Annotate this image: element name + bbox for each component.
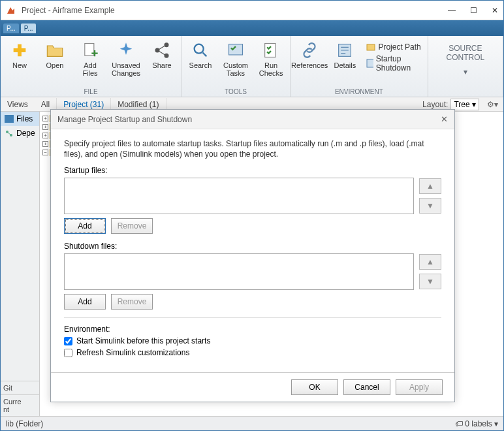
run-checks-button[interactable]: Run Checks bbox=[257, 39, 285, 77]
layout-label: Layout: bbox=[422, 100, 448, 109]
startup-move-down[interactable]: ▼ bbox=[419, 198, 441, 214]
project-path-button[interactable]: Project Path bbox=[366, 42, 422, 52]
startup-icon bbox=[366, 59, 373, 68]
startup-add-button[interactable]: Add bbox=[64, 218, 106, 234]
apply-button[interactable]: Apply bbox=[396, 379, 443, 395]
svg-rect-9 bbox=[367, 59, 373, 67]
views-files[interactable]: Files bbox=[1, 112, 39, 126]
gear-icon[interactable]: ⚙▾ bbox=[487, 100, 498, 109]
ok-button[interactable]: OK bbox=[291, 379, 338, 395]
minimize-button[interactable]: ― bbox=[448, 6, 456, 15]
tasks-icon bbox=[227, 41, 245, 59]
graph-icon bbox=[5, 129, 14, 137]
group-title-env: ENVIRONMENT bbox=[296, 87, 422, 95]
folder-icon bbox=[5, 115, 14, 123]
start-simulink-checkbox[interactable]: Start Simulink before this project start… bbox=[64, 336, 441, 345]
git-panel-label[interactable]: Git bbox=[1, 381, 39, 394]
environment-label: Environment: bbox=[64, 325, 441, 334]
sparkle-icon bbox=[117, 41, 135, 59]
open-button[interactable]: Open bbox=[41, 39, 69, 69]
shutdown-move-down[interactable]: ▼ bbox=[419, 274, 441, 289]
add-files-button[interactable]: Add Files bbox=[76, 39, 104, 77]
svg-rect-6 bbox=[265, 44, 276, 57]
svg-point-4 bbox=[195, 44, 204, 54]
cancel-button[interactable]: Cancel bbox=[343, 379, 390, 395]
refresh-customizations-checkbox[interactable]: Refresh Simulink customizations bbox=[64, 348, 441, 357]
title-bar: Project - Airframe Example ― ☐ ✕ bbox=[1, 1, 503, 20]
references-button[interactable]: References bbox=[296, 39, 323, 69]
new-button[interactable]: New bbox=[6, 39, 33, 69]
status-path: lib (Folder) bbox=[6, 419, 43, 428]
app-logo-icon bbox=[6, 5, 16, 16]
close-button[interactable]: ✕ bbox=[492, 6, 498, 15]
svg-point-3 bbox=[165, 54, 169, 58]
startup-shutdown-button[interactable]: Startup Shutdown bbox=[366, 54, 422, 72]
shutdown-add-button[interactable]: Add bbox=[64, 294, 106, 310]
search-button[interactable]: Search bbox=[187, 39, 214, 69]
shutdown-remove-button[interactable]: Remove bbox=[111, 294, 153, 310]
views-dependencies[interactable]: Depe bbox=[1, 126, 39, 140]
unsaved-changes-button[interactable]: Unsaved Changes bbox=[112, 39, 140, 77]
dialog-title: Manage Project Startup and Shutdown bbox=[57, 115, 192, 124]
details-icon bbox=[336, 41, 354, 59]
search-icon bbox=[191, 41, 210, 59]
ribbon: New Open Add Files Unsaved Changes Share… bbox=[1, 36, 503, 97]
shutdown-files-label: Shutdown files: bbox=[64, 242, 441, 251]
qat-tab[interactable]: P... bbox=[3, 24, 19, 33]
qat-tab[interactable]: P... bbox=[21, 24, 37, 33]
views-panel: Files Depe Git Curre nt bbox=[1, 112, 40, 416]
svg-rect-5 bbox=[229, 44, 243, 55]
dialog-description: Specify project files to automate startu… bbox=[64, 138, 441, 159]
maximize-button[interactable]: ☐ bbox=[470, 6, 477, 15]
folder-icon bbox=[366, 42, 375, 52]
group-title-file: FILE bbox=[6, 87, 176, 95]
file-add-icon bbox=[81, 41, 99, 59]
chevron-down-icon[interactable]: ▾ bbox=[464, 67, 467, 76]
labels-indicator[interactable]: 🏷 0 labels ▾ bbox=[455, 419, 498, 428]
folder-open-icon bbox=[46, 41, 64, 59]
group-title-tools: TOOLS bbox=[187, 87, 285, 95]
startup-shutdown-dialog: Manage Project Startup and Shutdown ✕ Sp… bbox=[50, 109, 455, 402]
startup-move-up[interactable]: ▲ bbox=[419, 178, 441, 194]
quick-access-toolbar: P... P... bbox=[1, 20, 503, 36]
svg-point-2 bbox=[165, 42, 169, 47]
checklist-icon bbox=[262, 41, 280, 59]
svg-rect-10 bbox=[5, 115, 14, 123]
shutdown-files-list[interactable] bbox=[64, 253, 414, 290]
status-bar: lib (Folder) 🏷 0 labels ▾ bbox=[1, 416, 503, 430]
svg-point-1 bbox=[155, 48, 160, 53]
startup-files-list[interactable] bbox=[64, 178, 414, 214]
custom-tasks-button[interactable]: Custom Tasks bbox=[222, 39, 249, 77]
details-button[interactable]: Details bbox=[331, 39, 358, 69]
window-title: Project - Airframe Example bbox=[22, 6, 448, 15]
current-panel-label[interactable]: Curre nt bbox=[1, 394, 39, 416]
group-title-src: SOURCE CONTROL bbox=[440, 44, 491, 62]
views-header: Views bbox=[1, 100, 35, 109]
svg-rect-8 bbox=[367, 44, 375, 50]
plus-icon bbox=[10, 41, 29, 59]
link-icon bbox=[300, 41, 319, 59]
share-button[interactable]: Share bbox=[148, 39, 176, 69]
share-icon bbox=[153, 41, 171, 59]
dialog-close-button[interactable]: ✕ bbox=[441, 114, 448, 124]
shutdown-move-up[interactable]: ▲ bbox=[419, 254, 441, 270]
layout-combo[interactable]: Tree ▾ bbox=[450, 99, 479, 110]
startup-files-label: Startup files: bbox=[64, 166, 441, 175]
startup-remove-button[interactable]: Remove bbox=[111, 218, 153, 234]
